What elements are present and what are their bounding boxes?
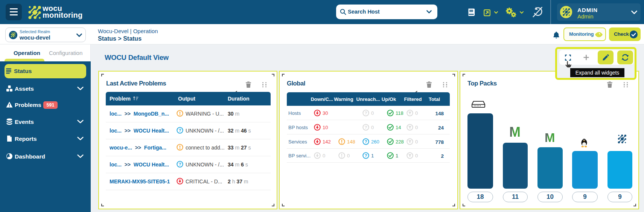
svg-text:?: ? [178,128,181,133]
svg-text:?: ? [364,111,367,115]
svg-text:?: ? [178,162,181,166]
svg-text:?: ? [364,153,367,158]
svg-text:?: ? [364,125,367,130]
svg-text:?: ? [364,139,367,144]
